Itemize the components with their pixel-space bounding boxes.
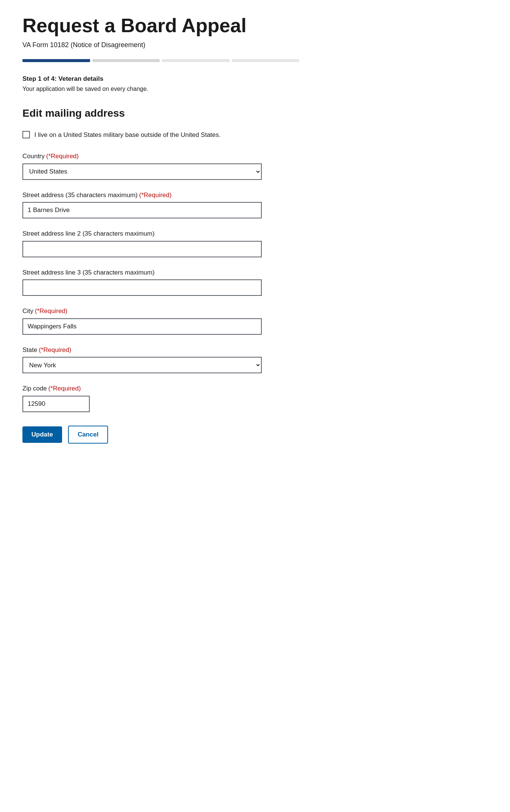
- city-field-group: City(*Required): [22, 306, 299, 335]
- street-address-field-group: Street address (35 characters maximum)(*…: [22, 190, 299, 219]
- state-field-group: State(*Required) AlabamaAlaskaArizonaArk…: [22, 345, 299, 374]
- progress-segment-3: [162, 59, 230, 62]
- street-address-required: (*Required): [139, 191, 172, 199]
- step-label: Step 1 of 4: Veteran details: [22, 74, 299, 84]
- button-group: Update Cancel: [22, 426, 299, 444]
- military-base-label[interactable]: I live on a United States military base …: [34, 130, 221, 140]
- street-address-input[interactable]: [22, 202, 262, 218]
- progress-segment-4: [232, 59, 299, 62]
- country-label: Country(*Required): [22, 151, 299, 161]
- street-address-label: Street address (35 characters maximum)(*…: [22, 190, 299, 200]
- military-base-checkbox[interactable]: [22, 131, 30, 138]
- cancel-button[interactable]: Cancel: [68, 426, 108, 444]
- country-select[interactable]: AfghanistanAlbaniaAlgeriaAmerican SamoaA…: [22, 163, 262, 180]
- street-address3-input[interactable]: [22, 279, 262, 296]
- military-base-row: I live on a United States military base …: [22, 130, 299, 140]
- form-number: VA Form 10182 (Notice of Disagreement): [22, 40, 299, 50]
- zip-input[interactable]: [22, 396, 90, 412]
- street-address3-label: Street address line 3 (35 characters max…: [22, 268, 299, 278]
- step-info: Step 1 of 4: Veteran details Your applic…: [22, 74, 299, 94]
- state-required: (*Required): [39, 346, 71, 353]
- state-select[interactable]: AlabamaAlaskaArizonaArkansasCaliforniaCo…: [22, 357, 262, 373]
- city-input[interactable]: [22, 318, 262, 335]
- country-field-group: Country(*Required) AfghanistanAlbaniaAlg…: [22, 151, 299, 180]
- street-address2-input[interactable]: [22, 241, 262, 257]
- city-required: (*Required): [35, 307, 67, 315]
- street-address2-label: Street address line 2 (35 characters max…: [22, 229, 299, 239]
- progress-bar: [22, 59, 299, 62]
- step-subtitle: Your application will be saved on every …: [22, 85, 299, 94]
- progress-segment-1: [22, 59, 90, 62]
- state-label: State(*Required): [22, 345, 299, 355]
- update-button[interactable]: Update: [22, 426, 62, 443]
- zip-label: Zip code(*Required): [22, 384, 299, 393]
- street-address3-field-group: Street address line 3 (35 characters max…: [22, 268, 299, 296]
- city-label: City(*Required): [22, 306, 299, 316]
- section-title: Edit mailing address: [22, 105, 299, 121]
- street-address2-field-group: Street address line 2 (35 characters max…: [22, 229, 299, 257]
- page-title: Request a Board Appeal: [22, 15, 299, 36]
- zip-required: (*Required): [48, 385, 81, 392]
- progress-segment-2: [92, 59, 160, 62]
- country-required: (*Required): [46, 153, 79, 160]
- zip-field-group: Zip code(*Required): [22, 384, 299, 412]
